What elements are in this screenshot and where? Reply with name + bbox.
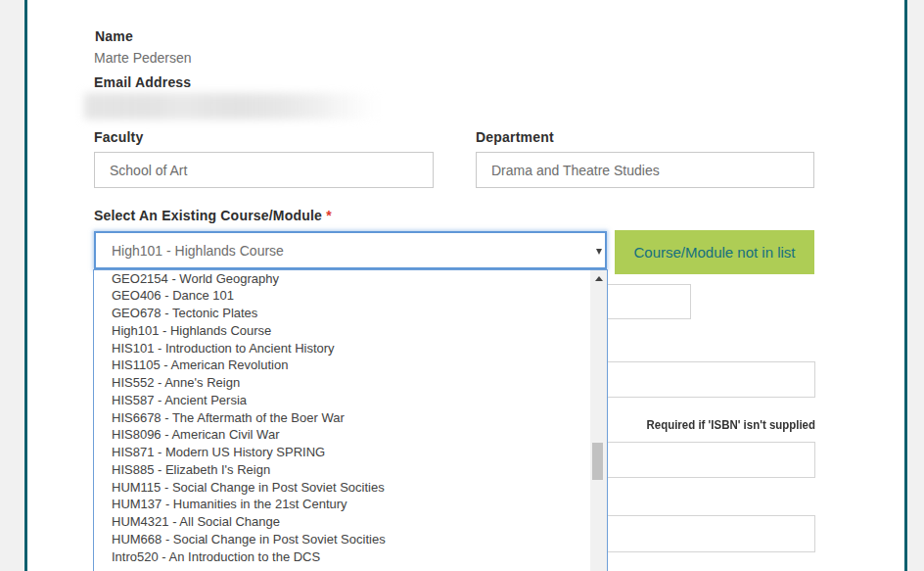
course-option[interactable]: GEO406 - Dance 101 (94, 287, 590, 305)
faculty-input[interactable] (94, 152, 434, 188)
course-option[interactable]: HIS6678 - The Aftermath of the Boer War (94, 409, 590, 427)
course-option[interactable]: HIS8096 - American Civil War (94, 426, 590, 444)
email-value-redacted (84, 93, 380, 119)
course-option[interactable]: HIS101 - Introduction to Ancient History (94, 340, 590, 357)
course-not-in-list-button[interactable]: Course/Module not in list (615, 230, 814, 274)
course-not-in-list-button-label: Course/Module not in list (633, 244, 795, 261)
course-option[interactable]: HIS885 - Elizabeth I's Reign (94, 461, 590, 479)
course-option[interactable]: HUM668 - Social Change in Post Soviet So… (94, 531, 590, 548)
name-value: Marte Pedersen (94, 51, 192, 65)
course-option[interactable]: HUM115 - Social Change in Post Soviet So… (94, 479, 590, 497)
course-select-label-text: Select An Existing Course/Module (94, 208, 322, 223)
course-option[interactable]: HUM4321 - All Social Change (94, 513, 590, 531)
course-option[interactable]: GEO2154 - World Geography (94, 270, 590, 288)
faculty-label: Faculty (94, 130, 143, 144)
name-label: Name (95, 29, 133, 43)
select-dropdown-arrow-icon (596, 249, 602, 255)
course-select-label: Select An Existing Course/Module * (94, 209, 332, 222)
course-dropdown-list: GEO2154 - World GeographyGEO406 - Dance … (93, 269, 608, 571)
required-asterisk: * (326, 208, 332, 223)
department-label: Department (476, 130, 554, 144)
course-option[interactable]: GEO678 - Tectonic Plates (94, 305, 590, 322)
scroll-up-arrow-icon (595, 276, 603, 281)
course-option[interactable]: HUM137 - Humanities in the 21st Century (94, 496, 590, 513)
department-input[interactable] (476, 152, 814, 188)
email-label: Email Address (94, 75, 191, 89)
course-select[interactable]: High101 - Highlands Course (94, 231, 607, 269)
course-option[interactable]: HIS587 - Ancient Persia (94, 392, 590, 409)
course-option[interactable]: HIS552 - Anne's Reign (94, 374, 590, 392)
scrollbar-thumb[interactable] (592, 443, 603, 480)
dropdown-scrollbar[interactable] (590, 270, 607, 571)
course-option[interactable]: HIS1105 - American Revolution (94, 357, 590, 374)
course-option[interactable]: HIS871 - Modern US History SPRING (94, 444, 590, 461)
scroll-up-button[interactable] (590, 270, 607, 287)
course-select-value: High101 - Highlands Course (112, 243, 284, 259)
course-option[interactable]: Intro520 - An Introduction to the DCS (94, 548, 590, 566)
course-option[interactable]: High101 - Highlands Course (94, 322, 590, 340)
